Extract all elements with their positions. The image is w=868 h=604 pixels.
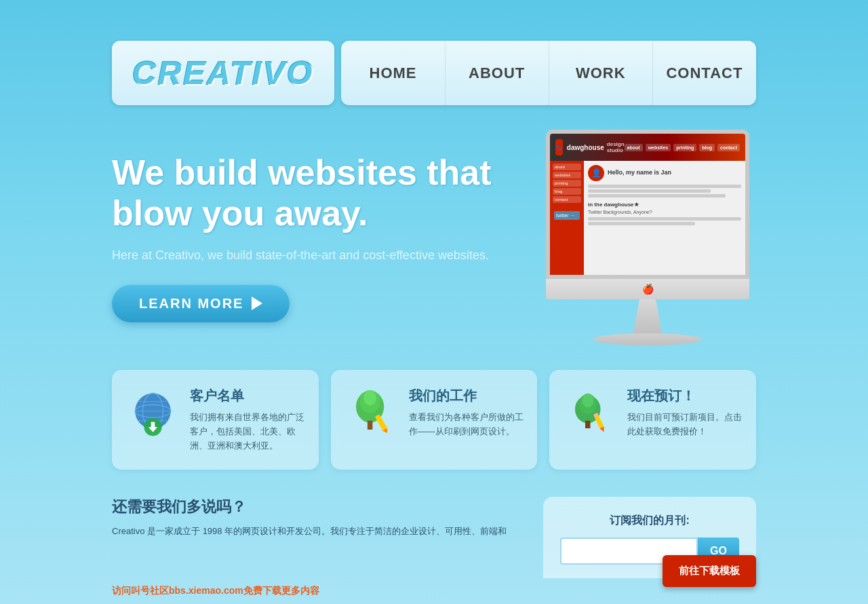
- imac-base: [593, 333, 702, 345]
- download-btn-container: 前往下载模板: [663, 555, 756, 587]
- download-button[interactable]: 前往下载模板: [663, 555, 756, 587]
- svg-rect-18: [585, 420, 591, 428]
- screen-avatar: 👤: [588, 165, 604, 181]
- screen-nav-about: about: [625, 144, 643, 151]
- hero-section: We build websites that blow you away. He…: [0, 105, 868, 350]
- screen-sidebar-item: about: [553, 164, 581, 170]
- card-desc-preorder: 我们目前可预订新项目。点击此处获取免费报价！: [627, 411, 743, 439]
- learn-more-label: LEARN MORE: [139, 296, 243, 312]
- hero-image: 🐾 dawghouse design studio about websites…: [539, 130, 756, 345]
- card-icon-globe: [125, 387, 180, 441]
- apple-logo-icon: 🍎: [642, 284, 654, 295]
- hero-subtext: Here at Creativo, we build state-of-the-…: [112, 246, 512, 265]
- imac-chin: 🍎: [546, 279, 749, 299]
- card-work: 我们的工作 查看我们为各种客户所做的工作——从印刷到网页设计。: [331, 370, 538, 470]
- svg-rect-12: [368, 420, 373, 429]
- nav-item-about[interactable]: ABOUT: [446, 41, 549, 105]
- card-preorder: 现在预订！ 我们目前可预订新项目。点击此处获取免费报价！: [549, 370, 756, 470]
- screen-subtitle: in the dawghouse★: [588, 202, 741, 208]
- cards-section: 客户名单 我们拥有来自世界各地的广泛客户，包括美国、北美、欧洲、亚洲和澳大利亚。: [0, 356, 868, 483]
- screen-site-subtitle: design studio: [607, 141, 625, 153]
- card-desc-work: 查看我们为各种客户所做的工作——从印刷到网页设计。: [409, 411, 524, 439]
- hero-headline: We build websites that blow you away.: [112, 153, 512, 234]
- card-title-preorder: 现在预订！: [627, 387, 743, 405]
- screen-body: about websites printing blog contact twi…: [550, 161, 745, 275]
- screen-nav-blog: blog: [699, 144, 715, 151]
- screen-twitter-text: Twitter Backgrounds, Anyone?: [588, 210, 741, 214]
- screen-line: [588, 217, 741, 221]
- logo-box: CREATIVO: [112, 41, 334, 105]
- card-clients: 客户名单 我们拥有来自世界各地的广泛客户，包括美国、北美、欧洲、亚洲和澳大利亚。: [112, 370, 319, 470]
- bottom-left: 还需要我们多说吗？ Creativo 是一家成立于 1998 年的网页设计和开发…: [112, 497, 543, 578]
- svg-point-11: [363, 390, 376, 405]
- logo-text: CREATIVO: [132, 54, 314, 92]
- screen-line: [588, 185, 741, 188]
- imac-mockup: 🐾 dawghouse design studio about websites…: [539, 130, 756, 345]
- svg-point-17: [582, 393, 593, 407]
- bottom-title: 还需要我们多说吗？: [112, 497, 530, 517]
- preorder-icon: [565, 389, 616, 440]
- card-icon-work: [344, 387, 399, 441]
- nav-item-work[interactable]: WORK: [549, 41, 653, 105]
- screen-sidebar-item: printing: [553, 180, 581, 187]
- screen-nav-contact: contact: [717, 144, 740, 151]
- screen-logo: 🐾: [555, 139, 563, 155]
- card-title-work: 我们的工作: [409, 387, 524, 405]
- nav-bar: HOME ABOUT WORK CONTACT: [341, 41, 756, 105]
- screen-sidebar-item: contact: [553, 196, 581, 203]
- card-content-work: 我们的工作 查看我们为各种客户所做的工作——从印刷到网页设计。: [409, 387, 524, 439]
- nav-item-contact[interactable]: CONTACT: [653, 41, 756, 105]
- screen-header: 🐾 dawghouse design studio about websites…: [550, 134, 745, 161]
- screen-main: 👤 Hello, my name is Jan in the dawghou: [584, 161, 745, 275]
- screen-line: [588, 194, 726, 197]
- subscribe-title: 订阅我们的月刊:: [560, 514, 739, 528]
- screen-sidebar-item: websites: [553, 172, 581, 178]
- screen-sidebar-item: blog: [553, 188, 581, 195]
- svg-rect-8: [151, 421, 155, 428]
- card-desc-clients: 我们拥有来自世界各地的广泛客户，包括美国、北美、欧洲、亚洲和澳大利亚。: [190, 411, 305, 453]
- nav-item-home[interactable]: HOME: [341, 41, 445, 105]
- screen-twitter-widget: twitter →: [554, 211, 580, 220]
- screen-line: [588, 189, 711, 193]
- imac-stand: [627, 299, 668, 333]
- screen-line: [588, 222, 695, 225]
- card-icon-preorder: [563, 387, 617, 441]
- screen-sidebar: about websites printing blog contact twi…: [550, 161, 584, 275]
- card-content-clients: 客户名单 我们拥有来自世界各地的广泛客户，包括美国、北美、欧洲、亚洲和澳大利亚。: [190, 387, 305, 453]
- header: CREATIVO HOME ABOUT WORK CONTACT: [0, 0, 868, 105]
- bottom-desc: Creativo 是一家成立于 1998 年的网页设计和开发公司。我们专注于简洁…: [112, 524, 530, 539]
- globe-icon: [127, 389, 178, 440]
- learn-more-button[interactable]: LEARN MORE: [112, 285, 290, 322]
- arrow-icon: [252, 297, 262, 310]
- work-icon: [346, 389, 397, 440]
- screen-nav-printing: printing: [673, 144, 696, 151]
- card-title-clients: 客户名单: [190, 387, 305, 405]
- imac-screen: 🐾 dawghouse design studio about websites…: [546, 130, 749, 279]
- card-content-preorder: 现在预订！ 我们目前可预订新项目。点击此处获取免费报价！: [627, 387, 743, 439]
- screen-site-title: dawghouse: [567, 144, 604, 151]
- screen-greeting: Hello, my name is Jan: [608, 169, 671, 176]
- screen-nav-websites: websites: [646, 144, 671, 151]
- watermark: 访问叫号社区bbs.xiemao.com免费下载更多内容: [112, 585, 319, 597]
- hero-text: We build websites that blow you away. He…: [112, 153, 512, 322]
